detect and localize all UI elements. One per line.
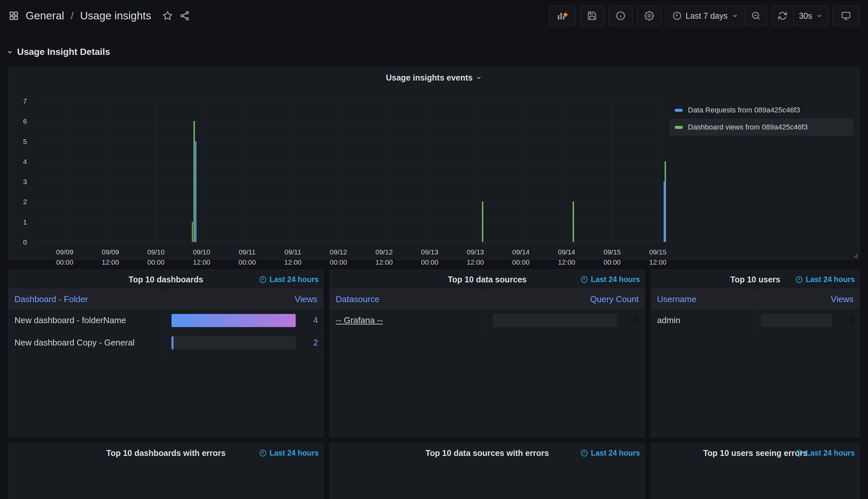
legend-label: Dashboard views from 089a425c46f3 <box>688 123 808 132</box>
legend-swatch <box>675 109 683 112</box>
refresh-interval-picker[interactable]: 30s <box>793 6 828 26</box>
row-label: New dashboard Copy - General <box>14 338 135 348</box>
breadcrumb-dashboard-title[interactable]: Usage insights <box>80 10 151 22</box>
x-axis-tick-label: 09/1312:00 <box>456 247 495 267</box>
chart-bar-data_requests[interactable] <box>664 181 666 242</box>
column-header[interactable]: Dashboard - Folder <box>9 289 166 309</box>
row-usage-insight-details[interactable]: Usage Insight Details <box>6 44 110 60</box>
bar-gauge <box>172 314 296 327</box>
zoom-out-button[interactable] <box>745 6 767 26</box>
row-label-cell: New dashboard Copy - General <box>9 332 166 354</box>
chart-bar-dashboard_views[interactable] <box>573 202 574 242</box>
panel-top-10-data-sources-with-errors: Top 10 data sources with errors Last 24 … <box>330 443 645 499</box>
column-header[interactable]: Views <box>166 289 323 309</box>
panel-time-range-link[interactable]: Last 24 hours <box>581 270 640 289</box>
x-axis-tick-label: 09/1200:00 <box>319 247 358 267</box>
y-axis-tick-label: 3 <box>11 177 27 186</box>
grid-line-v <box>247 101 247 242</box>
breadcrumb: General / Usage insights <box>9 10 190 22</box>
grid-line-v <box>65 101 65 242</box>
bar-gauge-track <box>493 314 617 327</box>
time-range-label: Last 7 days <box>686 11 728 21</box>
x-axis-tick-label: 09/1412:00 <box>547 247 586 267</box>
section-title: Usage Insight Details <box>17 47 110 57</box>
panel-time-range-link[interactable]: Last 24 hours <box>795 270 855 289</box>
grid-line-v <box>338 101 339 242</box>
panel-time-range-link[interactable]: Last 24 hours <box>795 443 855 463</box>
magnifier-minus-icon <box>751 11 761 21</box>
share-icon[interactable] <box>179 11 190 21</box>
clock-icon <box>672 11 682 20</box>
time-range-text: Last 24 hours <box>269 275 319 284</box>
legend-label: Data Requests from 089a425c46f3 <box>688 106 800 114</box>
time-range-text: Last 24 hours <box>591 449 640 458</box>
x-axis-tick-label: 09/1300:00 <box>410 247 449 267</box>
grid-line-v <box>612 101 612 242</box>
add-panel-button[interactable] <box>549 5 575 26</box>
panel-usage-insights-events: Usage insights events 76543210 09/0900:0… <box>8 68 860 260</box>
chart-plot[interactable] <box>36 101 668 242</box>
panel-resize-grip[interactable] <box>852 253 858 258</box>
table-row: New dashboard Copy - General2 <box>9 332 323 354</box>
dashboard-toolbar: Last 7 days 30s <box>549 5 859 26</box>
grid-line-v <box>658 101 658 242</box>
time-range-text: Last 24 hours <box>269 449 319 458</box>
y-axis-tick-label: 6 <box>11 117 27 126</box>
legend-item-data-requests[interactable]: Data Requests from 089a425c46f3 <box>670 101 854 119</box>
star-icon[interactable] <box>162 11 173 21</box>
apps-grid-icon[interactable] <box>9 11 19 21</box>
table-body: admin6 <box>651 309 859 332</box>
breadcrumb-folder[interactable]: General <box>26 10 64 22</box>
chart-legend: Data Requests from 089a425c46f3 Dashboar… <box>670 101 854 136</box>
legend-item-dashboard-views[interactable]: Dashboard views from 089a425c46f3 <box>670 119 854 136</box>
save-dashboard-button[interactable] <box>580 5 604 26</box>
save-icon <box>587 11 597 21</box>
bar-gauge-fill <box>172 314 296 327</box>
chart-bar-dashboard_views[interactable] <box>482 202 483 242</box>
grid-line-h <box>36 141 668 142</box>
y-axis-tick-label: 1 <box>11 218 27 227</box>
bar-gauge <box>493 314 617 327</box>
tv-kiosk-button[interactable] <box>832 5 859 26</box>
panel-time-range-link[interactable]: Last 24 hours <box>259 443 319 463</box>
legend-swatch <box>675 126 683 129</box>
chart-bar-data_requests[interactable] <box>195 141 197 242</box>
time-range-picker[interactable]: Last 7 days <box>666 6 745 26</box>
time-range-text: Last 24 hours <box>591 275 640 284</box>
row-label: New dashboard - folderName <box>14 315 126 326</box>
grid-line-v <box>384 101 384 242</box>
bar-gauge-fill <box>172 336 173 350</box>
clock-icon <box>795 449 803 457</box>
grid-line-v <box>293 101 293 242</box>
grid-line-h <box>36 242 668 242</box>
column-header[interactable]: Query Count <box>487 289 645 309</box>
table-row: New dashboard - folderName4 <box>9 309 323 332</box>
panel-title: Usage insights events <box>386 73 473 83</box>
refresh-icon <box>778 11 788 21</box>
y-axis-tick-label: 2 <box>11 197 27 206</box>
clock-icon <box>259 276 267 283</box>
x-axis-tick-label: 09/1512:00 <box>638 247 678 267</box>
panel-title-menu[interactable]: Usage insights events <box>9 73 859 83</box>
x-axis-tick-label: 09/0912:00 <box>91 247 130 267</box>
clock-icon <box>259 449 267 457</box>
grid-line-h <box>36 121 668 121</box>
column-header[interactable]: Username <box>651 289 755 309</box>
chart-bar-dashboard_views[interactable] <box>192 222 193 242</box>
row-value-cell: 2 <box>166 332 323 354</box>
y-axis-tick-label: 7 <box>11 97 27 106</box>
refresh-button[interactable] <box>772 6 793 26</box>
panel-time-range-link[interactable]: Last 24 hours <box>259 270 319 289</box>
panel-time-range-link[interactable]: Last 24 hours <box>581 443 640 463</box>
grid-line-h <box>36 181 668 182</box>
dashboard-insights-button[interactable] <box>608 5 633 26</box>
column-header[interactable]: Views <box>755 289 859 309</box>
time-picker-group: Last 7 days <box>666 5 767 26</box>
column-header[interactable]: Datasource <box>330 289 487 309</box>
row-label-link[interactable]: -- Grafana -- <box>336 315 383 326</box>
row-value: 4 <box>301 315 318 326</box>
table-body: New dashboard - folderName4New dashboard… <box>9 309 323 354</box>
table-row: admin6 <box>651 309 859 332</box>
dashboard-settings-button[interactable] <box>637 5 661 26</box>
chart-bar-dashboard_views[interactable] <box>194 121 195 242</box>
